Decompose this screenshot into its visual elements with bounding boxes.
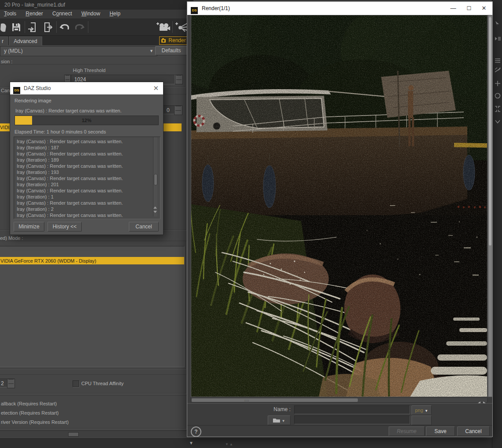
cut-toolbar-icon[interactable]	[0, 22, 8, 33]
history-button[interactable]: History <<	[47, 222, 82, 231]
panel-hscroll-thumb[interactable]	[68, 432, 79, 437]
tab-advanced[interactable]: Advanced	[9, 36, 42, 46]
menu-item[interactable]: Help	[105, 10, 124, 18]
help-button[interactable]: ?	[191, 426, 201, 437]
restart-options: allback (Requires Restart)etection (Requ…	[1, 399, 69, 427]
cancel-render-button[interactable]: Cancel	[129, 222, 159, 231]
main-window-title: 20 Pro - lake_murine1.duf	[4, 2, 65, 8]
undo-icon[interactable]	[59, 22, 70, 33]
toolbar-separator	[88, 21, 88, 33]
close-icon[interactable]: ✕	[153, 82, 159, 94]
log-line: Iray (Canvas) : Render target canvas was…	[17, 151, 160, 157]
tab-partial[interactable]: r	[0, 36, 8, 46]
device-list[interactable]: VIDIA GeForce RTX 2060 (WDDM - Display)	[0, 246, 185, 367]
main-window-titlebar: 20 Pro - lake_murine1.duf	[0, 0, 193, 10]
save-button[interactable]: Save	[426, 426, 455, 436]
engine-row: y (MDL) ▼ Defaults	[0, 46, 189, 56]
name-label: Name :	[253, 406, 291, 412]
new-spotlight-icon[interactable]	[175, 22, 188, 33]
cancel-button[interactable]: Cancel	[457, 426, 490, 436]
chevron-down-icon: ▼	[149, 47, 153, 56]
maximize-icon[interactable]: ☐	[462, 2, 477, 15]
log-line: Iray (Iteration) : 3	[17, 218, 160, 219]
import-icon[interactable]	[27, 22, 39, 33]
right-dock-strip	[492, 0, 502, 448]
device-row-right-fragment[interactable]	[162, 123, 182, 131]
high-threshold-label: High Threshold	[66, 68, 113, 73]
render-hscroll-thumb[interactable]: ||||	[192, 398, 358, 402]
progress-bar: 12%	[15, 116, 159, 125]
save-icon[interactable]	[11, 22, 22, 33]
menu-item[interactable]: Render	[22, 10, 47, 18]
progress-dialog-title: DAZ Studio	[24, 85, 51, 91]
progress-percent: 12%	[15, 116, 158, 125]
bottom-strip: ▼ ▼▲	[0, 438, 502, 448]
restart-option-label: etection (Requires Restart)	[1, 408, 69, 418]
cpu-thread-affinity-label: CPU Thread Affinity	[81, 381, 124, 386]
toolbar-separator	[25, 21, 25, 33]
minimize-icon[interactable]: —	[446, 2, 461, 15]
log-scrollbar[interactable]	[153, 137, 157, 217]
folder-browse-button[interactable]: ▼	[268, 415, 291, 425]
log-line: Iray (Canvas) : Render target canvas was…	[17, 138, 160, 145]
device-row-left-fragment[interactable]: VIDIA	[0, 123, 10, 131]
render-window-title: Render(1/1)	[202, 5, 230, 11]
resume-button[interactable]: Resume	[389, 426, 425, 436]
log-line: Iray (Iteration) : 187	[17, 145, 160, 151]
scroll-up-icon[interactable]	[153, 206, 157, 209]
menu-item[interactable]: Connect	[48, 10, 76, 18]
daz-app-icon: DS	[191, 7, 198, 14]
panel-hscrollbar[interactable]	[0, 430, 187, 438]
redo-icon[interactable]	[74, 22, 85, 33]
log-scrollbar-thumb[interactable]	[154, 174, 157, 185]
progress-dialog: DSDAZ Studio ✕ Rendering image Iray (Can…	[10, 82, 164, 235]
canvas-count-spinner[interactable]	[174, 105, 182, 115]
render-engine-dropdown[interactable]: y (MDL) ▼	[0, 46, 157, 56]
chevron-down-icon: ▼	[425, 409, 428, 413]
render-window-titlebar[interactable]: DSRender(1/1) — ☐ ✕	[187, 2, 492, 15]
section-label-fragment: sion :	[1, 59, 12, 64]
log-line: Iray (Canvas) : Render target canvas was…	[17, 212, 160, 218]
menu-item[interactable]: Tools	[0, 10, 20, 18]
cpu-thread-affinity-checkbox[interactable]	[73, 380, 79, 387]
log-line: Iray (Iteration) : 189	[17, 157, 160, 163]
defaults-button[interactable]: Defaults	[155, 46, 187, 55]
minimize-button[interactable]: Minimize	[14, 222, 44, 231]
device-list-row[interactable]: VIDIA GeForce RTX 2060 (WDDM - Display)	[0, 257, 184, 264]
progress-message: Iray (Canvas) : Render target canvas was…	[15, 108, 121, 113]
menu-item[interactable]: Window	[77, 10, 104, 18]
log-line: Iray (Iteration) : 193	[17, 169, 160, 175]
render-path-input[interactable]	[294, 415, 410, 424]
path-extra-button[interactable]	[411, 415, 432, 425]
viewport-tools-icons[interactable]	[494, 20, 502, 134]
render-save-panel: Name : png ▼ ▼	[187, 403, 492, 426]
render-log[interactable]: Iray (Canvas) : Render target canvas was…	[14, 137, 160, 219]
export-icon[interactable]	[42, 22, 54, 33]
log-line: Iray (Canvas) : Render target canvas was…	[17, 163, 160, 169]
new-camera-icon[interactable]	[156, 22, 171, 33]
render-name-input[interactable]	[294, 405, 410, 414]
threads-spinner[interactable]	[7, 379, 15, 388]
elapsed-time: Elapsed Time: 1 hour 0 minutes 0 seconds	[15, 129, 106, 134]
folder-icon	[273, 418, 280, 423]
high-threshold-spinner[interactable]	[175, 75, 183, 84]
render-image: Ihiza	[191, 15, 487, 397]
log-line: Iray (Canvas) : Render target canvas was…	[17, 175, 160, 181]
toolbar-separator	[172, 21, 173, 33]
camera-icon	[161, 38, 167, 43]
format-dropdown[interactable]: png ▼	[411, 405, 432, 415]
render-bottom-bar: ? Resume Save Cancel	[187, 425, 492, 437]
render-vscrollbar[interactable]	[488, 15, 492, 397]
mode-label-fragment: ed) Mode :	[0, 235, 23, 241]
scroll-down-icon[interactable]	[153, 211, 157, 213]
restart-option-label: river Version (Requires Restart)	[1, 418, 69, 427]
restart-option-label: allback (Requires Restart)	[1, 399, 69, 408]
log-line: Iray (Iteration) : 201	[17, 181, 160, 188]
close-icon[interactable]: ✕	[477, 2, 491, 15]
render-window: DSRender(1/1) — ☐ ✕	[187, 1, 493, 437]
render-vscroll-thumb[interactable]	[489, 17, 491, 246]
log-line: Iray (Iteration) : 2	[17, 206, 160, 212]
pane-collapse-arrow-icon[interactable]: ▼	[189, 441, 193, 445]
render-hscrollbar[interactable]: ||||	[191, 397, 487, 403]
chevron-down-icon: ▼	[282, 419, 285, 423]
